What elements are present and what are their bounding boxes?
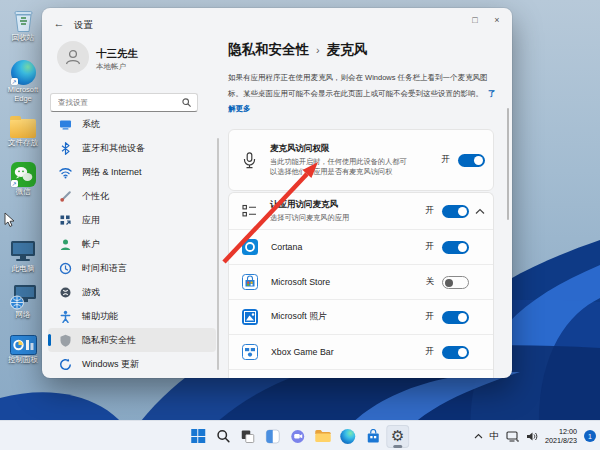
- main-scrollbar[interactable]: [507, 108, 509, 220]
- sidebar-item-label: 个性化: [82, 190, 109, 203]
- file-explorer-button[interactable]: [311, 425, 334, 448]
- store-button[interactable]: [361, 425, 384, 448]
- tray-chevron-up-icon[interactable]: [474, 433, 483, 439]
- sidebar-item-label: 应用: [82, 214, 100, 227]
- desktop-icon-this-pc[interactable]: 此电脑: [3, 237, 43, 274]
- page-description: 如果有应用程序正在使用麦克风，则会在 Windows 任务栏上看到一个麦克风图标…: [228, 70, 496, 117]
- accounts-icon: [59, 238, 72, 251]
- sidebar-item-accounts[interactable]: 帐户: [48, 232, 216, 256]
- system-tray: 中 12:00 2021/8/23 1: [474, 421, 596, 450]
- sidebar-item-label: 系统: [82, 118, 100, 131]
- app-row-microsoft-store: Microsoft Store 关: [229, 264, 493, 299]
- search-input[interactable]: [51, 98, 182, 107]
- sidebar-item-label: 辅助功能: [82, 310, 118, 323]
- xbox-game-bar-toggle[interactable]: [442, 346, 469, 359]
- mic-access-desc: 当此功能开启时，任何使用此设备的人都可以选择他们的应用是否有麦克风访问权: [270, 157, 408, 177]
- chat-button[interactable]: [286, 425, 309, 448]
- breadcrumb-parent[interactable]: 隐私和安全性: [228, 41, 309, 59]
- sidebar-item-label: 蓝牙和其他设备: [82, 142, 145, 155]
- sidebar-item-personalization[interactable]: 个性化: [48, 184, 216, 208]
- xbox-game-bar-icon: [242, 344, 258, 360]
- microsoft-store-toggle[interactable]: [442, 276, 469, 289]
- clock[interactable]: 12:00 2021/8/23: [545, 427, 577, 445]
- task-view-button[interactable]: [236, 425, 259, 448]
- brush-icon: [59, 190, 72, 203]
- let-apps-toggle[interactable]: [442, 205, 469, 218]
- mic-access-card: 麦克风访问权限 当此功能开启时，任何使用此设备的人都可以选择他们的应用是否有麦克…: [228, 129, 494, 191]
- network-tray-icon[interactable]: [506, 431, 519, 442]
- system-icon: [59, 118, 72, 131]
- let-apps-header[interactable]: 让应用访问麦克风 选择可访问麦克风的应用 开: [229, 193, 493, 229]
- store-icon: [366, 429, 380, 444]
- microsoft-photos-toggle[interactable]: [442, 311, 469, 324]
- sidebar-item-time-language[interactable]: 时间和语言: [48, 256, 216, 280]
- xbox-icon: [59, 286, 72, 299]
- desktop-icon-label: 回收站: [12, 34, 35, 43]
- microphone-icon: [242, 152, 257, 169]
- microsoft-photos-icon: [242, 309, 258, 325]
- toggle-state-label: 开: [426, 346, 435, 358]
- start-button[interactable]: [186, 425, 209, 448]
- wechat-icon: ↗: [11, 160, 36, 187]
- sidebar-item-label: 帐户: [82, 238, 100, 251]
- volume-icon[interactable]: [526, 431, 538, 442]
- desktop-icon-edge[interactable]: ↗ Microsoft Edge: [3, 58, 43, 103]
- sidebar-item-windows-update[interactable]: Windows 更新: [48, 352, 216, 376]
- widgets-button[interactable]: [261, 425, 284, 448]
- breadcrumb: 隐私和安全性 › 麦克风: [228, 41, 367, 59]
- shortcut-arrow-icon: ↗: [11, 180, 18, 187]
- sidebar-item-bluetooth-devices[interactable]: 蓝牙和其他设备: [48, 136, 216, 160]
- back-button[interactable]: ←: [51, 17, 67, 29]
- desktop-icon-label: 文件存放: [8, 139, 38, 148]
- app-name: Microsoft Store: [271, 277, 426, 287]
- app-row-xbox-game-bar: Xbox Game Bar 开: [229, 334, 493, 369]
- sidebar-item-label: 游戏: [82, 286, 100, 299]
- main-pane: 隐私和安全性 › 麦克风 如果有应用程序正在使用麦克风，则会在 Windows …: [228, 8, 496, 378]
- sidebar-item-accessibility[interactable]: 辅助功能: [48, 304, 216, 328]
- let-apps-group: 让应用访问麦克风 选择可访问麦克风的应用 开: [228, 192, 494, 378]
- edge-icon: [340, 429, 355, 444]
- desktop-icon-label: 微信: [16, 188, 31, 197]
- breadcrumb-separator: ›: [316, 44, 320, 56]
- desktop-icon-folder[interactable]: 文件存放: [3, 111, 43, 148]
- sidebar-item-gaming[interactable]: 游戏: [48, 280, 216, 304]
- sidebar-item-label: 网络 & Internet: [82, 166, 142, 179]
- person-icon: [64, 48, 82, 66]
- notification-badge[interactable]: 1: [584, 430, 596, 442]
- edge-button[interactable]: [336, 425, 359, 448]
- apps-icon: [59, 214, 72, 227]
- taskbar-search-button[interactable]: [211, 425, 234, 448]
- sidebar-item-apps[interactable]: 应用: [48, 208, 216, 232]
- sidebar-item-system[interactable]: 系统: [48, 112, 216, 136]
- gear-icon: ⚙: [391, 429, 404, 444]
- avatar[interactable]: [57, 41, 89, 73]
- wifi-icon: [59, 166, 72, 179]
- chevron-up-icon[interactable]: [475, 208, 485, 215]
- sidebar-scrollbar[interactable]: [217, 138, 219, 370]
- sidebar-item-network-internet[interactable]: 网络 & Internet: [48, 160, 216, 184]
- profile-name: 十三先生: [96, 47, 138, 61]
- desktop-icon-network[interactable]: 网络: [3, 283, 43, 320]
- description-text: 如果有应用程序正在使用麦克风，则会在 Windows 任务栏上看到一个麦克风图标…: [228, 73, 488, 98]
- cortana-toggle[interactable]: [442, 241, 469, 254]
- desktop-icon-control-panel[interactable]: 控制面板: [3, 328, 43, 365]
- toggle-state-label: 关: [426, 276, 435, 288]
- sidebar-item-label: 隐私和安全性: [82, 334, 136, 347]
- sidebar-item-privacy-security[interactable]: 隐私和安全性: [48, 328, 216, 352]
- settings-button[interactable]: ⚙: [386, 425, 409, 448]
- ime-indicator[interactable]: 中: [490, 430, 500, 443]
- app-name: Microsoft 照片: [271, 311, 426, 323]
- settings-search: [50, 93, 198, 112]
- desktop-icon-recycle-bin[interactable]: 回收站: [3, 6, 43, 43]
- windows-logo-icon: [191, 429, 205, 443]
- app-row-microsoft-photos: Microsoft 照片 开: [229, 299, 493, 334]
- search-icon[interactable]: [182, 98, 191, 107]
- app-list-icon: [242, 204, 257, 218]
- sidebar-item-label: 时间和语言: [82, 262, 127, 275]
- mic-access-toggle[interactable]: [458, 154, 485, 167]
- desktop-icon-wechat[interactable]: ↗ 微信: [3, 160, 43, 197]
- app-row-cortana: Cortana 开: [229, 229, 493, 264]
- accessibility-icon: [59, 310, 72, 323]
- cortana-icon: [242, 239, 258, 255]
- desktop-icon-label: 控制面板: [8, 356, 38, 365]
